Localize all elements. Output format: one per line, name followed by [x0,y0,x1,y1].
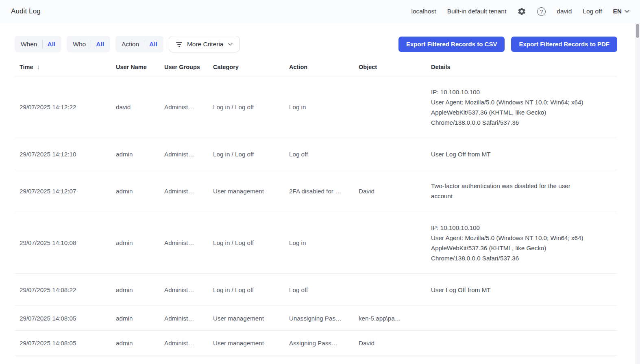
table-row: 29/07/2025 14:08:05adminAdminist…User ma… [15,306,617,331]
cell-user-groups: Administ… [164,151,213,158]
column-header-label: Object [359,64,377,70]
cell-user-groups: Administ… [164,286,213,293]
filter-chip-action[interactable]: ActionAll [115,36,163,52]
cell-action: Log off [289,151,359,158]
column-header-object[interactable]: Object [359,64,431,70]
cell-action: Log in [289,239,359,246]
cell-object: David [359,340,431,347]
details-line: Chrome/138.0.0.0 Safari/537.36 [431,253,616,263]
scrollbar-thumb[interactable] [636,24,639,38]
cell-details: IP: 10.100.10.100User Agent: Mozilla/5.0… [431,87,617,128]
topbar-host: localhost [411,8,436,15]
filter-chip-value[interactable]: All [48,41,56,48]
cell-object: David [359,188,431,195]
column-header-label: User Groups [164,64,200,70]
details-line: AppleWebKit/537.36 (KHTML, like Gecko) [431,107,616,117]
chip-divider [42,40,43,48]
cell-user-name: admin [116,286,164,293]
sort-desc-icon: ↓ [37,63,40,70]
cell-object: ken-5.app\pa… [359,315,431,322]
cell-user-name: admin [116,151,164,158]
cell-user-name: admin [116,188,164,195]
export-csv-button[interactable]: Export Filtered Records to CSV [398,37,505,52]
settings-button[interactable] [517,7,526,16]
cell-user-groups: Administ… [164,239,213,246]
cell-user-groups: Administ… [164,104,213,110]
cell-category: User management [213,315,289,322]
cell-action: Log in [289,104,359,110]
filter-chip-value[interactable]: All [149,41,157,48]
cell-time: 29/07/2025 14:12:22 [15,104,116,110]
details-line: User Agent: Mozilla/5.0 (Windows NT 10.0… [431,233,616,243]
cell-action: Assigning Pass… [289,340,359,347]
cell-details: Two-factor authentication was disabled f… [431,181,617,201]
table-row: 29/07/2025 14:08:22adminAdminist…Log in … [15,274,617,306]
logoff-link[interactable]: Log off [583,8,602,15]
column-header-label: Action [289,64,307,70]
cell-action: Log off [289,286,359,293]
details-line: Chrome/138.0.0.0 Safari/537.36 [431,117,616,128]
topbar-right: localhost Built-in default tenant ? davi… [411,7,629,16]
topbar: Audit Log localhost Built-in default ten… [0,0,640,23]
cell-category: Log in / Log off [213,239,289,246]
export-pdf-button[interactable]: Export Filtered Records to PDF [511,37,617,52]
filter-chip-label: When [21,41,37,48]
table-header: Time↓User NameUser GroupsCategoryActionO… [15,58,617,76]
cell-user-groups: Administ… [164,340,213,347]
cell-details: IP: 10.100.10.100User Agent: Mozilla/5.0… [431,223,617,263]
column-header-details[interactable]: Details [431,64,617,70]
main-content: WhenAllWhoAllActionAll More Criteria Exp… [0,36,640,355]
help-button[interactable]: ? [537,7,546,16]
page-title: Audit Log [11,7,41,15]
column-header-user-name[interactable]: User Name [116,64,164,70]
column-header-user-groups[interactable]: User Groups [164,64,213,70]
cell-details: User Log Off from MT [431,285,617,295]
chevron-down-icon [625,10,629,13]
chip-divider [91,40,91,48]
cell-user-name: admin [116,315,164,322]
cell-time: 29/07/2025 14:10:08 [15,239,116,246]
more-criteria-button[interactable]: More Criteria [169,36,240,52]
cell-details: User Log Off from MT [431,149,617,159]
chip-divider [144,40,144,48]
cell-category: User management [213,188,289,195]
scrollbar-track[interactable] [635,23,640,364]
column-header-label: Details [431,64,451,70]
filter-chips: WhenAllWhoAllActionAll More Criteria [15,36,240,52]
column-header-label: Category [213,64,239,70]
column-header-action[interactable]: Action [289,64,359,70]
gear-icon [517,7,526,16]
details-line: User Log Off from MT [431,149,616,159]
filter-icon [176,42,183,47]
table-row: 29/07/2025 14:12:10adminAdminist…Log in … [15,138,617,170]
cell-time: 29/07/2025 14:08:05 [15,315,116,322]
export-buttons: Export Filtered Records to CSV Export Fi… [398,37,617,52]
cell-action: 2FA disabled for … [289,188,359,195]
table-row: 29/07/2025 14:08:05adminAdminist…User ma… [15,331,617,355]
filter-chip-value[interactable]: All [96,41,104,48]
cell-action: Unassigning Pas… [289,315,359,322]
cell-time: 29/07/2025 14:12:07 [15,188,116,195]
column-header-category[interactable]: Category [213,64,289,70]
filter-toolbar: WhenAllWhoAllActionAll More Criteria Exp… [15,36,617,52]
language-code: EN [613,8,622,15]
column-header-time[interactable]: Time↓ [15,63,116,70]
cell-category: Log in / Log off [213,151,289,158]
table-row: 29/07/2025 14:12:22davidAdminist…Log in … [15,76,617,138]
topbar-user: david [557,8,572,15]
cell-time: 29/07/2025 14:08:22 [15,286,116,293]
filter-chip-when[interactable]: WhenAll [15,36,61,52]
filter-chip-label: Action [122,41,139,48]
help-icon: ? [537,7,546,16]
cell-user-name: admin [116,340,164,347]
details-line: AppleWebKit/537.36 (KHTML, like Gecko) [431,243,616,253]
details-line: User Log Off from MT [431,285,616,295]
filter-chip-who[interactable]: WhoAll [67,36,110,52]
cell-user-groups: Administ… [164,188,213,195]
cell-user-name: david [116,104,164,110]
filter-chip-label: Who [73,41,86,48]
table-row: 29/07/2025 14:12:07adminAdminist…User ma… [15,170,617,212]
column-header-label: User Name [116,64,147,70]
language-selector[interactable]: EN [613,8,629,15]
table-body: 29/07/2025 14:12:22davidAdminist…Log in … [15,76,617,355]
